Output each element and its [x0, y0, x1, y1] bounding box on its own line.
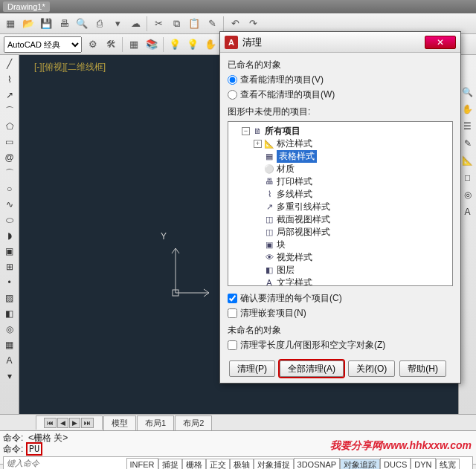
bulb-icon[interactable]: 💡: [184, 36, 201, 53]
tool-icon[interactable]: ✎: [460, 136, 476, 151]
tree-item[interactable]: 🖶打印样式: [254, 175, 451, 188]
grid-icon[interactable]: ▦: [126, 36, 142, 53]
table-icon[interactable]: ▦: [1, 337, 18, 352]
workspace-select[interactable]: AutoCAD 经典: [4, 36, 82, 53]
status-极轴[interactable]: 极轴: [230, 459, 254, 469]
wheel-icon[interactable]: ☰: [460, 119, 476, 134]
tree-item[interactable]: ◧图层: [254, 264, 451, 276]
more-icon[interactable]: ▾: [1, 369, 18, 384]
item-icon: ↗: [264, 202, 274, 213]
ellipse-icon[interactable]: ⬭: [1, 213, 18, 227]
status-infer[interactable]: INFER: [126, 458, 158, 469]
print-icon[interactable]: 🖶: [56, 16, 72, 32]
status-线宽[interactable]: 线宽: [436, 459, 460, 469]
tools-icon[interactable]: 🛠: [103, 36, 119, 53]
status-dyn[interactable]: DYN: [411, 458, 435, 469]
tree-item[interactable]: ↗多重引线样式: [254, 201, 451, 213]
preview-icon[interactable]: 🔍: [74, 16, 90, 32]
tree-item[interactable]: 👁视觉样式: [254, 251, 451, 264]
spline-icon[interactable]: ∿: [1, 197, 18, 212]
open-icon[interactable]: 📂: [20, 16, 36, 32]
status-3dosnap[interactable]: 3DOSNAP: [294, 458, 341, 469]
text-icon[interactable]: A: [1, 353, 18, 368]
close-button[interactable]: 关闭(O): [348, 360, 395, 377]
circle-icon[interactable]: ○: [1, 181, 18, 196]
hand-icon[interactable]: ✋: [202, 36, 219, 53]
spiral-icon[interactable]: @: [1, 150, 18, 165]
insert-icon[interactable]: ⊞: [1, 259, 18, 274]
layer-icon[interactable]: 💡: [167, 36, 183, 53]
tab-model[interactable]: 模型: [103, 415, 136, 430]
tree-item[interactable]: ▦表格样式: [254, 150, 451, 163]
close-icon[interactable]: ✕: [425, 36, 456, 49]
block-icon[interactable]: ▣: [1, 244, 18, 259]
dialog-titlebar[interactable]: A 清理 ✕: [220, 32, 460, 53]
new-icon[interactable]: ▦: [2, 16, 19, 32]
tree-item[interactable]: ⚪材质: [254, 163, 451, 175]
arc-icon[interactable]: ⌒: [1, 166, 18, 181]
calc-icon[interactable]: 📐: [460, 153, 476, 168]
status-栅格[interactable]: 栅格: [182, 459, 206, 469]
polygon-icon[interactable]: ⬠: [1, 119, 18, 134]
item-icon: 📐: [264, 139, 274, 149]
document-tab[interactable]: Drawing1*: [3, 1, 50, 12]
tab-layout1[interactable]: 布局1: [137, 415, 174, 430]
paste-icon[interactable]: 📋: [186, 16, 202, 32]
pline-icon[interactable]: ⌒: [1, 103, 18, 118]
letter-a-icon[interactable]: A: [460, 204, 476, 219]
plot-icon[interactable]: ⎙: [91, 16, 108, 32]
tab-nav[interactable]: ⏮◀▶⏭: [36, 415, 103, 430]
app-icon: A: [225, 36, 238, 49]
tree-item[interactable]: A文字样式: [254, 276, 451, 286]
dropdown-icon[interactable]: ▾: [109, 16, 126, 32]
line-icon[interactable]: ╱: [1, 56, 18, 71]
undo-icon[interactable]: ↶: [227, 16, 243, 32]
locate-icon[interactable]: ◎: [460, 187, 476, 202]
checkbox-confirm[interactable]: 确认要清理的每个项目(C): [228, 292, 453, 305]
item-icon[interactable]: □: [460, 170, 476, 185]
save-icon[interactable]: 💾: [38, 16, 54, 32]
purge-tree[interactable]: −🗎所有项目 +📐标注样式▦表格样式⚪材质🖶打印样式⌇多线样式↗多重引线样式◫截…: [228, 121, 453, 286]
ray-icon[interactable]: ↗: [1, 88, 18, 103]
zoom-icon[interactable]: 🔍: [460, 85, 476, 100]
status-正交[interactable]: 正交: [206, 459, 230, 469]
hatch-tool-icon[interactable]: ▨: [1, 291, 18, 305]
viewport-label[interactable]: [-][俯视][二维线框]: [34, 61, 106, 74]
point-icon[interactable]: •: [1, 275, 18, 290]
unnamed-objects-label: 未命名的对象: [228, 324, 453, 337]
cut-icon[interactable]: ✂: [150, 16, 167, 32]
purge-all-button[interactable]: 全部清理(A): [280, 360, 344, 377]
pan-icon[interactable]: ✋: [460, 102, 476, 117]
tree-root: 所有项目: [265, 125, 300, 138]
collapse-icon[interactable]: −: [242, 127, 250, 135]
gradient-icon[interactable]: ◧: [1, 306, 18, 321]
tree-item[interactable]: +📐标注样式: [254, 138, 451, 150]
cloud-icon[interactable]: ☁: [127, 16, 144, 32]
region-icon[interactable]: ◎: [1, 322, 18, 337]
tree-item[interactable]: ◫局部视图样式: [254, 226, 451, 239]
status-对象追踪[interactable]: 对象追踪: [340, 459, 380, 469]
help-button[interactable]: 帮助(H): [399, 360, 446, 377]
tree-item[interactable]: ◫截面视图样式: [254, 213, 451, 226]
purge-button[interactable]: 清理(P): [229, 360, 275, 377]
redo-icon[interactable]: ↷: [245, 16, 261, 32]
ws-settings-icon[interactable]: ⚙: [85, 36, 101, 53]
library-icon[interactable]: 📚: [144, 36, 160, 53]
tree-item[interactable]: ▣块: [254, 239, 451, 251]
expand-icon[interactable]: +: [254, 140, 262, 148]
ellipse-arc-icon[interactable]: ◗: [1, 228, 18, 243]
status-ducs[interactable]: DUCS: [380, 458, 411, 469]
checkbox-zero-length[interactable]: 清理零长度几何图形和空文字对象(Z): [228, 339, 453, 352]
status-捕捉[interactable]: 捕捉: [158, 459, 182, 469]
polyline-icon[interactable]: ⌇: [1, 72, 18, 87]
match-icon[interactable]: ✎: [204, 16, 220, 32]
radio-view-nonpurgeable[interactable]: 查看不能清理的项目(W): [228, 88, 453, 101]
tree-item[interactable]: ⌇多线样式: [254, 188, 451, 201]
tab-layout2[interactable]: 布局2: [175, 415, 212, 430]
radio-view-purgeable[interactable]: 查看能清理的项目(V): [228, 74, 453, 86]
status-对象捕捉[interactable]: 对象捕捉: [254, 459, 294, 469]
copy-icon[interactable]: ⧉: [168, 16, 184, 32]
purge-dialog: A 清理 ✕ 已命名的对象 查看能清理的项目(V) 查看不能清理的项目(W) 图…: [219, 31, 461, 384]
rect-icon[interactable]: ▭: [1, 135, 18, 149]
checkbox-nested[interactable]: 清理嵌套项目(N): [228, 307, 453, 320]
